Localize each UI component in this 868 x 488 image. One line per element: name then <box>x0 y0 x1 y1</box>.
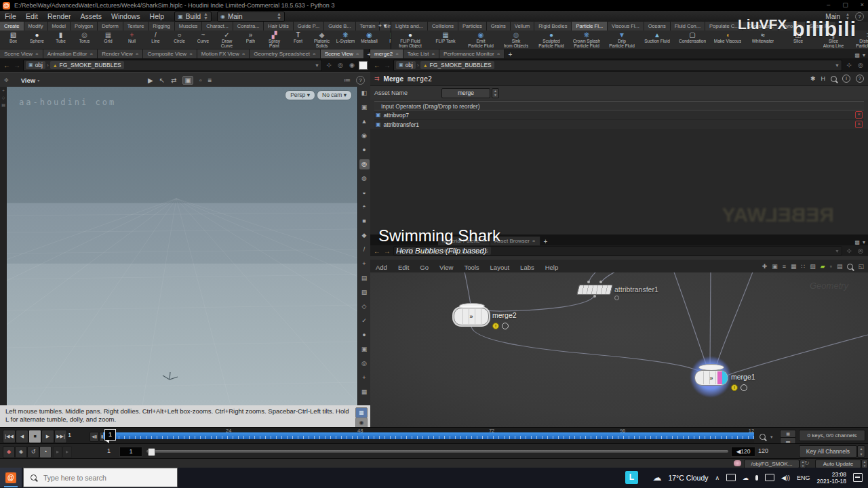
timeline-strip[interactable]: 24487296120 1 <box>103 428 754 444</box>
shelf-tab[interactable]: Constra... <box>233 22 264 30</box>
shelf-tab[interactable]: Lights and... <box>391 22 428 30</box>
desktop-build-dropdown[interactable]: ▣ Build ▲▼ <box>174 12 212 22</box>
shelf-tool[interactable]: ▮ Tube <box>49 30 73 49</box>
range-start-field[interactable]: 1 <box>119 447 142 457</box>
pane-tab[interactable]: Composite View × <box>143 49 197 58</box>
viewport-display-icon[interactable]: ▣ <box>359 102 370 113</box>
shelf-tab[interactable]: Oceans <box>644 22 671 30</box>
viewport-display-icon[interactable]: + <box>359 373 370 383</box>
help-icon[interactable]: ? <box>856 75 864 83</box>
shelf-tool[interactable]: ● Sculpted Particle Fluid <box>534 30 569 49</box>
pane-layout-icon[interactable]: ▩ <box>854 52 860 58</box>
shelf-tool[interactable]: ▢ Condensation <box>675 30 710 49</box>
viewport-display-icon[interactable]: / <box>359 245 370 255</box>
follow-selection-icon[interactable]: ◎ <box>856 62 865 68</box>
node-label[interactable]: attribtransfer1 <box>614 285 658 293</box>
shelf-tool[interactable]: ◉ Metaball <box>357 30 381 49</box>
shelf-tool[interactable]: ◎ Torus <box>73 30 96 49</box>
jump-start-button[interactable]: |◀◀ <box>3 430 16 443</box>
network-menu-item[interactable]: Labs <box>515 264 540 271</box>
help-icon[interactable]: ? <box>356 76 365 85</box>
pin-icon[interactable]: ⊹ <box>844 247 854 254</box>
new-pane-tab-icon[interactable]: + <box>505 51 515 58</box>
shelf-tool[interactable]: / Line <box>144 30 167 49</box>
viewport-display-icon[interactable]: ◒ <box>359 188 370 198</box>
shelf-tool[interactable]: ✓ Draw Curve <box>215 30 239 49</box>
minimize-button[interactable]: – <box>827 0 830 9</box>
clock[interactable]: 23:082021-10-18 <box>817 471 846 485</box>
menu-item[interactable]: Assets <box>75 12 106 20</box>
viewport-display-icon[interactable]: ▦ <box>359 387 370 397</box>
shelf-tool[interactable]: ❋ Crown Splash Particle Fluid <box>569 30 604 49</box>
close-tab-icon[interactable]: × <box>35 51 39 57</box>
timeline-zoom-icon[interactable] <box>760 434 766 440</box>
info-icon[interactable]: i <box>842 75 850 83</box>
range-end-field[interactable]: ◀120 <box>731 447 755 457</box>
prev-frame-button[interactable]: ◀▮ <box>90 432 99 442</box>
viewport-canvas[interactable]: aa-houdini com Persp ▾ No cam ▾ <box>7 87 357 405</box>
search-icon[interactable] <box>831 76 837 82</box>
toolbar-grip[interactable]: ✥ <box>4 77 9 83</box>
move-tool-icon[interactable]: ⇄ <box>171 77 176 84</box>
taskbar-search[interactable] <box>23 468 178 487</box>
menu-item[interactable]: Windows <box>106 12 145 20</box>
viewport-display-icon[interactable]: ◆ <box>359 230 370 241</box>
pane-tab[interactable]: Animation Editor × <box>43 49 98 58</box>
viewport-display-icon[interactable]: ◎ <box>359 159 370 169</box>
grid-snap-icon[interactable]: ▦ <box>791 263 797 270</box>
viewport-display-icon[interactable]: ◉ <box>359 131 370 141</box>
pane-tab[interactable]: Scene View × <box>321 49 364 58</box>
menu-item[interactable]: File <box>0 12 21 20</box>
node-output-dot[interactable] <box>614 296 619 300</box>
close-tab-icon[interactable]: × <box>431 51 435 57</box>
chevron-down-icon[interactable]: ▼ <box>315 63 319 68</box>
realtime-toggle-button[interactable]: ◔ <box>39 446 52 458</box>
close-tab-icon[interactable]: × <box>356 51 359 57</box>
gear-icon[interactable]: ✱ <box>810 75 816 82</box>
range-slider-handle[interactable] <box>148 448 155 456</box>
asset-name-dropdown[interactable]: merge <box>441 88 490 98</box>
shelf-tab[interactable]: Particle Fl... <box>572 22 608 30</box>
path-chip-node[interactable]: ▲ FG_SMOKE_BUBBLES <box>420 61 494 69</box>
path-chip-obj[interactable]: ▣ obj <box>396 61 416 69</box>
microphone-icon[interactable] <box>755 475 758 481</box>
shelf-tool[interactable]: ○ Circle <box>167 30 191 49</box>
flipbook-icon[interactable]: H <box>821 75 826 82</box>
refresh-icon[interactable]: ↻ <box>804 460 810 466</box>
set-key-button[interactable]: ◆ <box>3 446 15 458</box>
close-tab-icon[interactable]: × <box>242 51 245 57</box>
shelf-tool[interactable]: ◆ Platonic Solids <box>310 30 334 49</box>
network-icon[interactable] <box>765 474 774 481</box>
close-tab-icon[interactable]: × <box>136 51 139 57</box>
list-view-icon[interactable]: ≡ <box>783 263 786 270</box>
auto-key-button[interactable]: ◈ <box>15 446 27 458</box>
shelf-tool[interactable]: ▲ Suction Fluid <box>639 30 675 49</box>
range-slider[interactable] <box>146 450 728 453</box>
add-node-icon[interactable]: ▣ <box>772 263 778 270</box>
follow-selection-icon[interactable]: ◎ <box>856 247 865 254</box>
pin-icon[interactable]: ⊹ <box>324 62 334 68</box>
shelf-tab[interactable]: Modify <box>24 22 48 30</box>
color-swatch[interactable] <box>359 61 368 70</box>
shelf-add-tab-icon[interactable]: + ▾ <box>376 22 389 30</box>
forward-icon[interactable]: → <box>383 62 391 69</box>
layers-icon[interactable]: ▤ <box>837 263 843 270</box>
shelf-tool[interactable]: ● Sphere <box>25 30 49 49</box>
chevron-down-icon[interactable]: ▼ <box>835 63 840 68</box>
shelf-tab[interactable]: Hair Utils <box>264 22 293 30</box>
volume-icon[interactable]: ◀)) <box>781 474 790 481</box>
pane-tab[interactable]: Geometry Spreadsheet × <box>250 49 320 58</box>
shelf-tab[interactable]: Collisions <box>428 22 458 30</box>
timeline-range-bar[interactable] <box>103 432 754 439</box>
jump-end-button[interactable]: ▶▶| <box>54 430 67 443</box>
onedrive-icon[interactable]: ☁ <box>743 474 749 481</box>
delete-input-icon[interactable]: × <box>855 121 863 128</box>
taskbar-app-icon[interactable]: @ <box>0 468 22 487</box>
shelf-tool[interactable]: ▞ Spray Paint <box>262 30 286 49</box>
close-tab-icon[interactable]: × <box>395 51 399 57</box>
node-name-field[interactable]: merge2 <box>408 75 432 83</box>
shelf-tab[interactable]: Create <box>0 22 24 30</box>
path-field[interactable]: ▣ obj › ▲ FG_SMOKE_BUBBLES ▼ <box>23 60 322 71</box>
close-tab-icon[interactable]: × <box>189 51 193 57</box>
display-tray-icon[interactable] <box>726 474 736 481</box>
